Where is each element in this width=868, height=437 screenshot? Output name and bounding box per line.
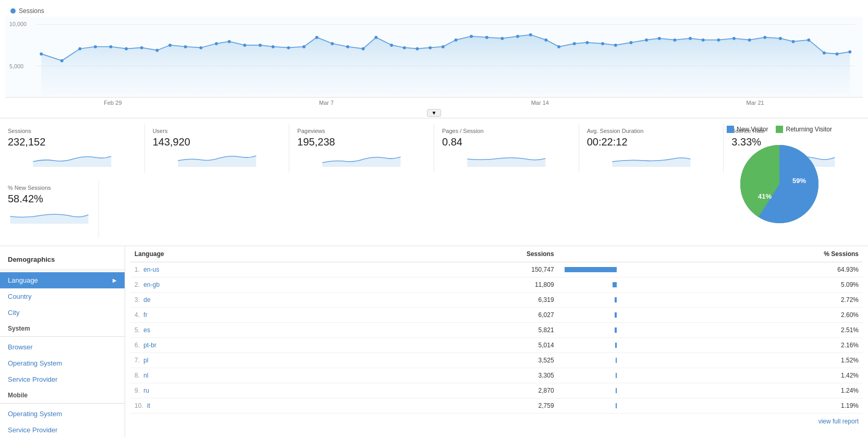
sidebar-item-service-provider[interactable]: Service Provider	[0, 371, 125, 387]
table-header-row: Language Sessions % Sessions	[130, 246, 863, 262]
metric-pageviews-label: Pageviews	[297, 128, 426, 134]
main-container: Sessions 10,000 5,000	[0, 0, 868, 437]
svg-point-41	[585, 41, 589, 44]
svg-point-50	[717, 39, 720, 42]
sidebar-item-language[interactable]: Language ▶	[0, 272, 125, 288]
svg-point-27	[390, 44, 393, 47]
metric-sessions-value: 232,152	[8, 136, 137, 148]
svg-point-24	[346, 45, 349, 48]
row-num-6: 7.	[135, 357, 140, 364]
chart-x-labels: Feb 29 Mar 7 Mar 14 Mar 21	[5, 98, 863, 108]
lang-cell-7: 8. nl	[130, 368, 350, 383]
svg-point-9	[125, 47, 128, 51]
chevron-icon: ▶	[113, 277, 117, 283]
sidebar-item-mobile-service[interactable]: Service Provider	[0, 422, 125, 437]
metric-pct-new-sessions: % New Sessions 58.42%	[0, 180, 99, 238]
svg-point-44	[629, 41, 632, 44]
table-row: 10. it 2,759 1.19%	[130, 398, 863, 414]
new-visitor-legend-color	[727, 126, 734, 133]
sessions-val-3: 6,027	[350, 308, 558, 323]
lang-link-4[interactable]: es	[143, 326, 150, 334]
svg-point-53	[763, 36, 766, 39]
svg-point-14	[199, 46, 202, 50]
demo-divider-3	[0, 403, 125, 404]
metric-avg-session-value: 00:22:12	[587, 136, 716, 148]
new-sessions-row: % New Sessions 58.42% New Visitor Return…	[0, 178, 868, 240]
sessions-val-8: 2,870	[350, 383, 558, 398]
sessions-val-9: 2,759	[350, 398, 558, 414]
view-full-report-link[interactable]: view full report	[818, 418, 859, 425]
pct-bar-cell-9	[558, 398, 621, 414]
pct-new-sessions-label: % New Sessions	[8, 185, 91, 191]
lang-link-6[interactable]: pl	[143, 357, 148, 364]
svg-point-28	[403, 46, 406, 50]
collapse-chart-button[interactable]: ▼	[427, 109, 442, 117]
metric-users: Users 143,920	[145, 124, 290, 173]
pct-bar-cell-5	[558, 338, 621, 353]
svg-point-39	[557, 45, 560, 48]
pct-val-8: 1.24%	[621, 383, 863, 398]
new-visitor-legend: New Visitor	[727, 126, 768, 133]
svg-point-25	[362, 47, 365, 51]
bottom-section: Demographics Language ▶ Country City Sys…	[0, 246, 868, 437]
svg-point-34	[485, 36, 488, 39]
pct-bar-4	[615, 327, 617, 333]
sidebar-item-browser[interactable]: Browser	[0, 339, 125, 355]
lang-link-5[interactable]: pt-br	[143, 342, 156, 349]
sidebar-item-os[interactable]: Operating System	[0, 355, 125, 371]
svg-point-37	[529, 33, 532, 37]
svg-point-49	[702, 39, 705, 42]
col-header-language: Language	[130, 246, 350, 262]
row-num-5: 6.	[135, 342, 140, 349]
lang-link-7[interactable]: nl	[143, 372, 148, 379]
pct-bar-cell-4	[558, 323, 621, 338]
svg-point-6	[78, 47, 81, 51]
sidebar-item-city[interactable]: City	[0, 305, 125, 321]
sidebar-item-mobile-os[interactable]: Operating System	[0, 406, 125, 422]
lang-cell-4: 5. es	[130, 323, 350, 338]
lang-link-1[interactable]: en-gb	[143, 281, 160, 288]
svg-point-18	[259, 44, 262, 47]
x-label-feb29: Feb 29	[104, 100, 121, 106]
lang-link-9[interactable]: it	[147, 402, 150, 409]
sessions-val-1: 11,809	[350, 277, 558, 293]
svg-point-46	[658, 37, 661, 40]
table-row: 3. de 6,319 2.72%	[130, 293, 863, 308]
x-label-mar14: Mar 14	[531, 100, 549, 106]
svg-point-48	[689, 37, 692, 40]
pct-val-9: 1.19%	[621, 398, 863, 414]
sessions-val-4: 5,821	[350, 323, 558, 338]
pct-bar-cell-3	[558, 308, 621, 323]
svg-point-17	[243, 44, 246, 47]
pct-val-5: 2.16%	[621, 338, 863, 353]
lang-link-0[interactable]: en-us	[143, 266, 159, 273]
sidebar-mobile-service-label: Service Provider	[8, 426, 57, 434]
lang-link-8[interactable]: ru	[143, 387, 149, 394]
sidebar-item-country[interactable]: Country	[0, 288, 125, 305]
sessions-val-6: 3,525	[350, 353, 558, 368]
lang-link-3[interactable]: fr	[143, 311, 147, 319]
table-row: 1. en-us 150,747 64.93%	[130, 262, 863, 277]
sessions-val-5: 5,014	[350, 338, 558, 353]
metric-users-value: 143,920	[153, 136, 282, 148]
pct-new-sessions-sparkline	[8, 208, 91, 224]
table-row: 7. pl 3,525 1.52%	[130, 353, 863, 368]
view-full-report[interactable]: view full report	[130, 414, 863, 429]
svg-point-51	[732, 37, 736, 40]
svg-point-31	[442, 45, 445, 48]
svg-point-54	[779, 37, 782, 40]
lang-link-2[interactable]: de	[143, 296, 150, 304]
sidebar-country-label: Country	[8, 293, 32, 300]
pct-val-4: 2.51%	[621, 323, 863, 338]
lang-cell-2: 3. de	[130, 293, 350, 308]
svg-point-52	[748, 39, 751, 42]
svg-point-45	[645, 39, 648, 42]
svg-point-42	[601, 42, 604, 45]
returning-visitor-legend: Returning Visitor	[776, 126, 832, 133]
svg-point-4	[40, 53, 43, 56]
pct-bar-6	[616, 358, 617, 363]
pct-bar-5	[615, 343, 617, 348]
pct-bar-cell-8	[558, 383, 621, 398]
table-row: 5. es 5,821 2.51%	[130, 323, 863, 338]
svg-point-40	[573, 42, 576, 45]
